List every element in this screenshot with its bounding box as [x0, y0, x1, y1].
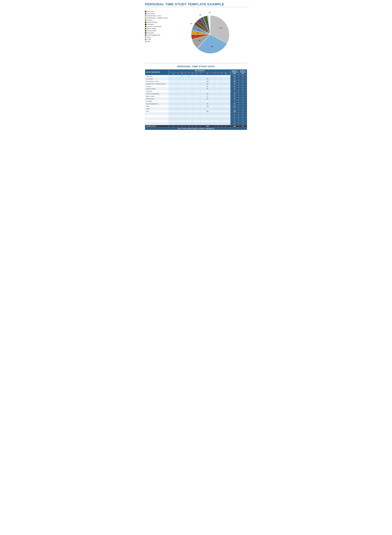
time-cell	[169, 83, 178, 85]
time-cell	[169, 123, 178, 125]
legend-item: Work	[145, 41, 171, 42]
activity-cell: Work	[145, 110, 169, 113]
time-cell	[178, 78, 186, 80]
time-cell	[200, 90, 215, 93]
grand-total-day: 0	[221, 125, 230, 128]
time-cell	[221, 90, 230, 93]
weekly-mins-cell: 420	[230, 105, 239, 108]
time-cell: 5	[178, 75, 186, 78]
time-cell	[215, 123, 221, 125]
pie-label: 1%	[190, 23, 192, 24]
time-cell	[169, 110, 178, 113]
legend-color-swatch	[145, 26, 146, 27]
legend-label: Internet / Social Media	[147, 26, 161, 27]
legend-color-swatch	[145, 32, 146, 34]
weekly-mins-cell: 0	[230, 108, 239, 110]
time-cell	[178, 85, 186, 88]
legend-label: Exercise	[147, 19, 153, 21]
time-cell: 60	[200, 83, 215, 85]
time-cell	[215, 115, 221, 118]
time-cell	[186, 108, 192, 110]
pie-label: 3%	[200, 26, 201, 28]
legend-color-swatch	[145, 11, 146, 12]
table-row: Class Time55100	[145, 75, 247, 78]
time-cell: 420	[200, 105, 215, 108]
legend-color-swatch	[145, 19, 146, 21]
activity-cell: Travel	[145, 108, 169, 110]
time-cell	[186, 123, 192, 125]
legend-label: Entertainment - Home	[147, 15, 161, 17]
time-cell	[192, 95, 200, 98]
pie-label: 5%	[201, 24, 203, 25]
weekly-mins-cell: 60	[230, 83, 239, 85]
time-cell	[192, 93, 200, 95]
time-cell	[200, 100, 215, 103]
weekly-mins-cell: 10	[230, 75, 239, 78]
weekly-hrs-cell: 0	[239, 113, 247, 115]
activity-cell: Homework	[145, 90, 169, 93]
activity-cell: Exercise	[145, 85, 169, 88]
weekly-hrs-cell: 1	[239, 103, 247, 105]
time-cell	[178, 118, 186, 120]
time-cell	[178, 115, 186, 118]
table-row: Meals / Eating75751	[145, 95, 247, 98]
table-row: Sleep4204207	[145, 105, 247, 108]
table-row: Recreation00	[145, 100, 247, 103]
time-cell	[215, 118, 221, 120]
weekly-mins-cell: 50	[230, 103, 239, 105]
time-cell	[186, 90, 192, 93]
legend-label: Travel	[147, 38, 151, 40]
time-cell	[178, 90, 186, 93]
time-cell	[200, 113, 215, 115]
time-cell	[215, 83, 221, 85]
time-cell	[178, 80, 186, 83]
footer-text: DAILY TOTALS SHOULD EQUAL 24 HOURS | 144…	[145, 128, 247, 130]
weekly-mins-cell: 15	[230, 88, 239, 90]
top-divider	[145, 7, 247, 7]
time-cell	[215, 103, 221, 105]
time-cell	[221, 80, 230, 83]
pie-label: 4%	[197, 32, 199, 34]
table-row: 00	[145, 115, 247, 118]
activity-cell: Class Time	[145, 75, 169, 78]
weekly-hrs-cell: 1	[239, 95, 247, 98]
day-header: Sa	[221, 72, 230, 75]
weekly-hrs-cell: 1	[239, 85, 247, 88]
time-cell	[200, 108, 215, 110]
data-table: ACTIVITY DESCRIPTION TIME IN MINUTES WEE…	[145, 69, 247, 130]
time-cell	[192, 88, 200, 90]
time-cell	[169, 85, 178, 88]
legend-label: Social Engagements	[147, 34, 160, 36]
grand-total-day: 0	[192, 125, 200, 128]
activity-cell: Internet / Social Media	[145, 93, 169, 95]
time-cell	[186, 98, 192, 100]
time-cell	[215, 100, 221, 103]
time-cell	[192, 113, 200, 115]
time-cell: 50	[200, 78, 215, 80]
legend-color-swatch	[145, 28, 146, 29]
time-cell	[215, 78, 221, 80]
time-cell	[192, 105, 200, 108]
weekly-mins-cell: 0	[230, 90, 239, 93]
time-cell	[192, 98, 200, 100]
time-cell	[200, 115, 215, 118]
time-cell	[221, 93, 230, 95]
time-cell	[215, 108, 221, 110]
legend-color-swatch	[145, 30, 146, 32]
time-cell	[186, 93, 192, 95]
legend-color-swatch	[145, 34, 146, 36]
grand-total-day: 0	[169, 125, 178, 128]
time-cell	[192, 103, 200, 105]
pie-label: 4%	[206, 22, 208, 23]
weekly-hrs-header: WEEKLY TOTALS IN HRS	[239, 69, 247, 75]
time-cell	[169, 80, 178, 83]
time-cell	[215, 93, 221, 95]
day-header: F	[215, 72, 221, 75]
time-cell	[221, 110, 230, 113]
time-cell	[221, 75, 230, 78]
time-cell	[186, 103, 192, 105]
time-cell: 480	[200, 110, 215, 113]
table-row: 00	[145, 118, 247, 120]
time-cell	[178, 123, 186, 125]
time-cell	[169, 120, 178, 123]
